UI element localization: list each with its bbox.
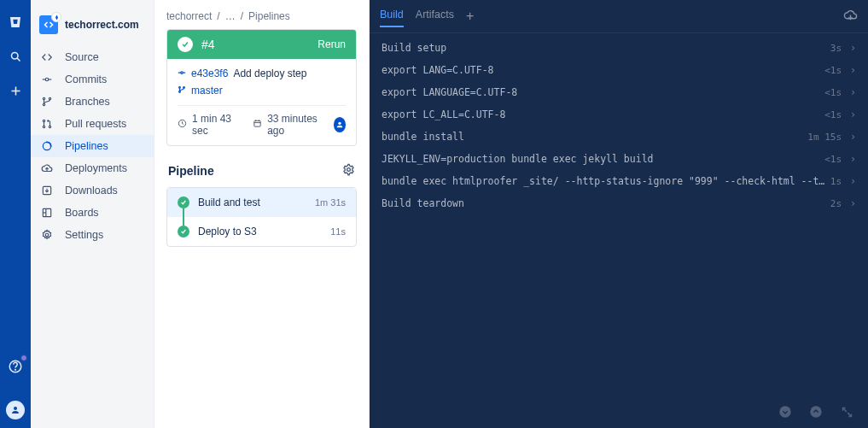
tab-artifacts[interactable]: Artifacts (416, 5, 454, 27)
gear-icon[interactable] (342, 163, 355, 179)
success-check-icon (178, 226, 189, 237)
chevron-right-icon: › (850, 131, 856, 143)
nav-source[interactable]: Source (31, 46, 154, 68)
repo-badge (51, 12, 61, 22)
nav-settings[interactable]: Settings (31, 224, 154, 246)
board-icon (39, 207, 55, 219)
repo-name: techorrect.com (65, 19, 139, 31)
nav-label: Downloads (65, 185, 118, 196)
log-row[interactable]: bundle exec htmlproofer _site/ --http-st… (370, 170, 868, 192)
crumb-sep: / (217, 10, 219, 22)
branch-icon (178, 85, 186, 97)
branch-line: master (178, 85, 346, 97)
step-build-and-test[interactable]: Build and test 1m 31s (167, 188, 356, 217)
svg-point-26 (179, 87, 181, 89)
plus-icon[interactable] (5, 80, 26, 101)
svg-point-6 (14, 407, 17, 410)
nav-branches[interactable]: Branches (31, 91, 154, 113)
fullscreen-icon[interactable] (839, 404, 854, 419)
crumb-project[interactable]: techorrect (166, 10, 212, 22)
svg-marker-7 (55, 15, 58, 20)
log-command: Build teardown (382, 197, 830, 209)
svg-point-8 (45, 78, 49, 81)
triggered-by-avatar[interactable] (334, 117, 346, 132)
branch-icon (39, 96, 55, 108)
log-command: JEKYLL_ENV=production bundle exec jekyll… (382, 153, 824, 165)
chevron-right-icon: › (850, 175, 856, 187)
terminal-footer (370, 396, 868, 428)
terminal-tabs: Build Artifacts + (370, 0, 868, 33)
chevron-right-icon: › (850, 64, 856, 76)
svg-point-5 (15, 369, 16, 370)
scroll-up-icon[interactable] (808, 404, 824, 419)
run-card-header: #4 Rerun (167, 30, 356, 59)
branch-name[interactable]: master (191, 85, 223, 97)
nav-pull-requests[interactable]: Pull requests (31, 113, 154, 135)
log-command: export LC_ALL=C.UTF-8 (382, 108, 824, 120)
crumb-mid[interactable]: … (225, 10, 236, 22)
run-meta: 1 min 43 sec 33 minutes ago (178, 105, 346, 137)
success-check-icon (178, 196, 189, 208)
log-time: <1s (824, 109, 842, 120)
tab-build[interactable]: Build (380, 5, 404, 27)
svg-point-28 (184, 87, 185, 89)
run-number: #4 (201, 38, 309, 51)
log-command: export LANGUAGE=C.UTF-8 (382, 86, 824, 98)
repo-header[interactable]: techorrect.com (31, 12, 154, 46)
log-time: 1m 15s (807, 132, 842, 143)
code-icon (39, 51, 55, 63)
bitbucket-logo[interactable] (5, 12, 26, 32)
svg-point-36 (779, 406, 790, 417)
svg-point-0 (11, 52, 18, 59)
nav-label: Source (65, 51, 99, 63)
terminal-pane: Build Artifacts + Build setup 3s › expor… (370, 0, 868, 428)
log-row[interactable]: bundle install 1m 15s › (370, 126, 868, 148)
duration: 1 min 43 sec (192, 113, 238, 137)
nav-label: Pipelines (65, 140, 108, 152)
log-row[interactable]: export LANGUAGE=C.UTF-8 <1s › (370, 81, 868, 103)
pipeline-icon (39, 140, 55, 152)
scroll-down-icon[interactable] (778, 404, 793, 419)
nav-commits[interactable]: Commits (31, 68, 154, 91)
log-row[interactable]: Build setup 3s › (370, 37, 868, 59)
log-row[interactable]: JEKYLL_ENV=production bundle exec jekyll… (370, 148, 868, 170)
nav-label: Deployments (65, 162, 127, 174)
crumb-current[interactable]: Pipelines (248, 10, 290, 22)
user-avatar[interactable] (6, 401, 25, 419)
run-panel: techorrect / … / Pipelines #4 Rerun e43e… (154, 0, 370, 428)
log-row[interactable]: export LANG=C.UTF-8 <1s › (370, 59, 868, 81)
commit-line: e43e3f6 Add deploy step (178, 67, 346, 79)
nav-label: Settings (65, 229, 103, 241)
clock-icon (178, 119, 187, 131)
nav-label: Boards (65, 207, 99, 219)
nav-downloads[interactable]: Downloads (31, 179, 154, 202)
log-row[interactable]: Build teardown 2s › (370, 192, 868, 214)
svg-point-37 (810, 406, 821, 417)
chevron-right-icon: › (850, 86, 856, 98)
svg-point-14 (43, 120, 44, 121)
chevron-right-icon: › (850, 108, 856, 120)
svg-line-1 (17, 58, 20, 61)
svg-point-16 (49, 126, 50, 127)
log-list: Build setup 3s › export LANG=C.UTF-8 <1s… (370, 33, 868, 396)
svg-rect-30 (254, 120, 260, 126)
nav-deployments[interactable]: Deployments (31, 157, 154, 179)
step-label: Deploy to S3 (198, 226, 322, 237)
commit-hash[interactable]: e43e3f6 (191, 67, 228, 79)
step-deploy-to-s3[interactable]: Deploy to S3 11s (167, 217, 356, 246)
search-icon[interactable] (5, 46, 26, 67)
pr-icon (39, 118, 55, 130)
add-tab-icon[interactable]: + (466, 9, 474, 23)
log-time: <1s (824, 154, 842, 165)
nav-boards[interactable]: Boards (31, 202, 154, 224)
svg-point-35 (347, 168, 351, 172)
cloud-download-icon[interactable] (843, 8, 858, 25)
help-icon[interactable] (5, 356, 26, 377)
rerun-button[interactable]: Rerun (317, 38, 346, 50)
calendar-icon (253, 119, 262, 131)
nav-pipelines[interactable]: Pipelines (31, 135, 154, 157)
crumb-sep: / (241, 10, 243, 22)
log-row[interactable]: export LC_ALL=C.UTF-8 <1s › (370, 103, 868, 126)
commit-icon (178, 67, 186, 79)
log-time: 2s (830, 198, 842, 209)
